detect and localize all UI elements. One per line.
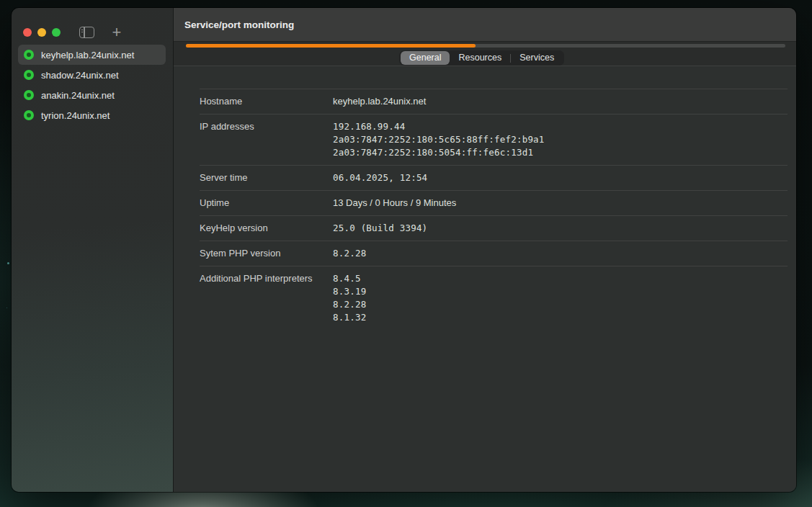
sidebar: + keyhelp.lab.24unix.net shadow.24unix.n… <box>12 8 174 492</box>
sidebar-item-shadow[interactable]: shadow.24unix.net <box>18 65 166 85</box>
toggle-sidebar-icon[interactable] <box>79 27 94 38</box>
desktop: + keyhelp.lab.24unix.net shadow.24unix.n… <box>0 0 812 507</box>
ip-v4: 192.168.99.44 <box>333 120 545 133</box>
server-hostname: keyhelp.lab.24unix.net <box>41 50 134 60</box>
tab-resources[interactable]: Resources <box>450 51 510 65</box>
detail-row-system-php-version: Sytem PHP version 8.2.28 <box>200 241 788 266</box>
row-label: Sytem PHP version <box>200 247 333 260</box>
php-version: 8.4.5 <box>333 272 366 285</box>
detail-row-keyhelp-version: KeyHelp version 25.0 (Build 3394) <box>200 215 788 241</box>
tab-bar: General Resources Services <box>174 42 796 66</box>
php-version: 8.2.28 <box>333 298 366 311</box>
ip-v6-2: 2a03:7847:2252:180:5054:ff:fe6c:13d1 <box>333 146 545 159</box>
segmented-control: General Resources Services <box>399 50 564 66</box>
wallpaper-dot <box>7 262 9 264</box>
row-value: 25.0 (Build 3394) <box>333 222 427 235</box>
progress-bar <box>186 44 785 48</box>
row-value: keyhelp.lab.24unix.net <box>333 95 426 108</box>
row-label: Additional PHP interpreters <box>200 272 333 324</box>
app-window: + keyhelp.lab.24unix.net shadow.24unix.n… <box>12 8 796 492</box>
row-value: 8.4.5 8.3.19 8.2.28 8.1.32 <box>333 272 366 324</box>
row-value: 8.2.28 <box>333 247 366 260</box>
tab-general[interactable]: General <box>401 51 450 65</box>
server-hostname: anakin.24unix.net <box>41 90 115 101</box>
close-window-button[interactable] <box>23 28 32 37</box>
detail-row-ip-addresses: IP addresses 192.168.99.44 2a03:7847:225… <box>200 114 788 165</box>
window-controls <box>23 28 61 37</box>
row-label: IP addresses <box>200 120 333 159</box>
detail-row-server-time: Server time 06.04.2025, 12:54 <box>200 165 788 190</box>
row-label: Server time <box>200 171 333 184</box>
tab-services[interactable]: Services <box>511 51 563 65</box>
status-online-icon <box>24 90 34 100</box>
main-pane: Service/port monitoring General Resource… <box>174 8 796 492</box>
minimize-window-button[interactable] <box>37 28 46 37</box>
sidebar-item-tyrion[interactable]: tyrion.24unix.net <box>18 105 166 125</box>
progress-bar-fill <box>186 44 476 48</box>
detail-row-hostname: Hostname keyhelp.lab.24unix.net <box>200 89 788 114</box>
php-version: 8.3.19 <box>333 285 366 298</box>
row-value: 06.04.2025, 12:54 <box>333 171 427 184</box>
row-label: Hostname <box>200 95 333 108</box>
status-online-icon <box>24 70 34 80</box>
ip-v6-1: 2a03:7847:2252:180:5c65:88ff:fef2:b9a1 <box>333 133 545 146</box>
titlebar: Service/port monitoring <box>174 8 796 42</box>
page-title: Service/port monitoring <box>184 19 294 30</box>
sidebar-item-anakin[interactable]: anakin.24unix.net <box>18 85 166 105</box>
server-list: keyhelp.lab.24unix.net shadow.24unix.net… <box>12 45 173 125</box>
row-value: 13 Days / 0 Hours / 9 Minutes <box>333 197 456 210</box>
server-hostname: shadow.24unix.net <box>41 70 119 81</box>
row-label: KeyHelp version <box>200 222 333 235</box>
sidebar-item-keyhelp[interactable]: keyhelp.lab.24unix.net <box>18 45 166 65</box>
detail-row-additional-php: Additional PHP interpreters 8.4.5 8.3.19… <box>200 266 788 330</box>
general-details: Hostname keyhelp.lab.24unix.net IP addre… <box>174 66 796 492</box>
status-online-icon <box>24 50 34 60</box>
status-online-icon <box>24 110 34 120</box>
add-server-button[interactable]: + <box>108 24 125 41</box>
detail-row-uptime: Uptime 13 Days / 0 Hours / 9 Minutes <box>200 190 788 215</box>
php-version: 8.1.32 <box>333 311 366 324</box>
zoom-window-button[interactable] <box>52 28 61 37</box>
row-label: Uptime <box>200 197 333 210</box>
server-hostname: tyrion.24unix.net <box>41 110 110 121</box>
row-value: 192.168.99.44 2a03:7847:2252:180:5c65:88… <box>333 120 545 159</box>
